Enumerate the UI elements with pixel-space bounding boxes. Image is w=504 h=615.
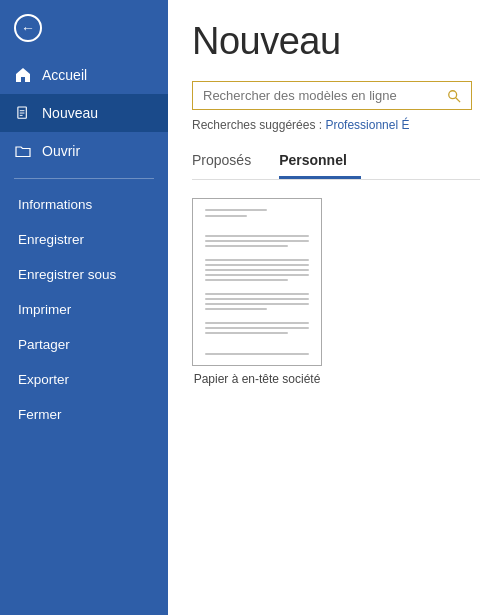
tab-personnel[interactable]: Personnel bbox=[279, 146, 361, 179]
svg-line-5 bbox=[456, 97, 460, 101]
sidebar-item-partager[interactable]: Partager bbox=[0, 327, 168, 362]
sidebar-item-label: Nouveau bbox=[42, 105, 98, 121]
sidebar-item-imprimer[interactable]: Imprimer bbox=[0, 292, 168, 327]
sidebar-divider bbox=[14, 178, 154, 179]
tab-proposes[interactable]: Proposés bbox=[192, 146, 265, 179]
sidebar-item-enregistrer-sous[interactable]: Enregistrer sous bbox=[0, 257, 168, 292]
template-preview bbox=[192, 198, 322, 366]
sidebar-item-label: Accueil bbox=[42, 67, 87, 83]
tab-bar: Proposés Personnel bbox=[192, 146, 480, 180]
sidebar-item-exporter[interactable]: Exporter bbox=[0, 362, 168, 397]
search-box[interactable] bbox=[192, 81, 472, 110]
folder-icon bbox=[14, 142, 32, 160]
search-icon bbox=[447, 89, 461, 103]
template-body-lines-2 bbox=[205, 259, 309, 281]
svg-point-4 bbox=[449, 90, 457, 98]
suggestion-professionnel[interactable]: Professionnel bbox=[325, 118, 398, 132]
search-input[interactable] bbox=[203, 88, 443, 103]
suggestion-e[interactable]: É bbox=[401, 118, 409, 132]
sidebar-menu: Informations Enregistrer Enregistrer sou… bbox=[0, 187, 168, 432]
sidebar-item-fermer[interactable]: Fermer bbox=[0, 397, 168, 432]
template-header-lines bbox=[205, 209, 309, 217]
template-grid: Papier à en-tête société bbox=[192, 198, 480, 386]
sidebar: ← Accueil Nouveau bbox=[0, 0, 168, 615]
page-title: Nouveau bbox=[192, 20, 480, 63]
back-button[interactable]: ← bbox=[0, 0, 168, 56]
suggestions-label: Recherches suggérées : bbox=[192, 118, 322, 132]
sidebar-item-label: Ouvrir bbox=[42, 143, 80, 159]
template-body-lines-4 bbox=[205, 322, 309, 334]
template-body-lines bbox=[205, 235, 309, 247]
home-icon bbox=[14, 66, 32, 84]
sidebar-item-enregistrer[interactable]: Enregistrer bbox=[0, 222, 168, 257]
sidebar-item-nouveau[interactable]: Nouveau bbox=[0, 94, 168, 132]
template-body-lines-3 bbox=[205, 293, 309, 310]
sidebar-item-informations[interactable]: Informations bbox=[0, 187, 168, 222]
doc-new-icon bbox=[14, 104, 32, 122]
search-suggestions: Recherches suggérées : Professionnel É bbox=[192, 118, 480, 132]
template-card-papier-entete[interactable]: Papier à en-tête société bbox=[192, 198, 322, 386]
sidebar-item-accueil[interactable]: Accueil bbox=[0, 56, 168, 94]
template-footer-line bbox=[205, 353, 309, 355]
back-icon: ← bbox=[14, 14, 42, 42]
template-name: Papier à en-tête société bbox=[194, 372, 321, 386]
sidebar-nav: Accueil Nouveau Ouvrir bbox=[0, 56, 168, 170]
main-content: Nouveau Recherches suggérées : Professio… bbox=[168, 0, 504, 615]
sidebar-item-ouvrir[interactable]: Ouvrir bbox=[0, 132, 168, 170]
